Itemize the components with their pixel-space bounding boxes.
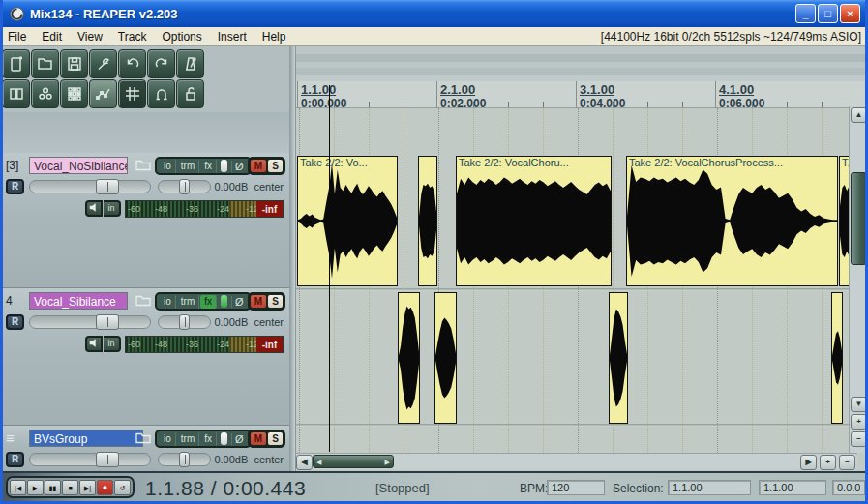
audio-clip[interactable]: [434, 292, 457, 424]
selection-end-input[interactable]: [759, 480, 826, 495]
edit-cursor[interactable]: [329, 85, 330, 452]
monitor-toggle[interactable]: [221, 160, 227, 172]
scroll-down-button[interactable]: ▼: [851, 397, 867, 412]
grid-button[interactable]: [118, 79, 146, 108]
folder-icon[interactable]: [135, 159, 151, 171]
new-project-button[interactable]: [2, 49, 30, 78]
folder-icon[interactable]: [135, 431, 151, 444]
scroll-right-button[interactable]: ▶: [800, 455, 817, 470]
thumb-left-arrow[interactable]: ◀: [316, 456, 321, 468]
docking-panes-button[interactable]: [2, 79, 30, 108]
mute-button[interactable]: M: [251, 432, 266, 445]
record-arm-button[interactable]: R: [6, 314, 24, 330]
menu-item-file[interactable]: File: [0, 29, 34, 44]
vertical-zoom-out-button[interactable]: −: [851, 431, 867, 447]
menu-item-track[interactable]: Track: [110, 29, 155, 44]
pan-slider[interactable]: [158, 315, 211, 329]
bpm-input[interactable]: [547, 480, 605, 495]
io-button[interactable]: io: [160, 160, 176, 173]
arrange-body[interactable]: Take 2/2: Vo...Take 2/2: VocalChoru...Ta…: [296, 108, 868, 453]
mute-button[interactable]: M: [251, 295, 266, 308]
lock-button[interactable]: [176, 79, 204, 108]
play-button[interactable]: ▶: [27, 480, 44, 495]
audio-clip[interactable]: [418, 156, 437, 286]
volume-slider-thumb[interactable]: [96, 314, 119, 330]
scroll-left-button[interactable]: ◀: [296, 455, 313, 470]
item-grouping-button[interactable]: [31, 79, 59, 108]
phase-button[interactable]: Ø: [231, 296, 247, 308]
menu-item-options[interactable]: Options: [154, 29, 209, 44]
pause-button[interactable]: ▮▮: [45, 480, 61, 495]
solo-button[interactable]: S: [268, 160, 283, 172]
preferences-wrench-button[interactable]: [89, 49, 117, 78]
record-arm-button[interactable]: R: [6, 452, 24, 467]
scroll-up-button[interactable]: ▲: [851, 107, 867, 123]
zoom-in-button[interactable]: +: [820, 455, 836, 470]
speaker-button[interactable]: [85, 200, 103, 217]
close-button[interactable]: ×: [840, 4, 860, 23]
pan-slider-thumb[interactable]: [179, 452, 190, 467]
go-to-start-button[interactable]: |◀: [10, 480, 26, 495]
minimize-button[interactable]: _: [795, 4, 816, 23]
track-name-box[interactable]: Vocal_Sibilance: [29, 292, 128, 310]
zoom-out-button[interactable]: −: [839, 455, 855, 470]
volume-slider[interactable]: [29, 180, 151, 193]
horizontal-scroll-thumb[interactable]: ◀▶: [313, 455, 394, 468]
record-arm-button[interactable]: R: [6, 179, 24, 194]
go-to-end-button[interactable]: ▶|: [79, 480, 96, 495]
pan-slider[interactable]: [158, 453, 211, 466]
menu-item-insert[interactable]: Insert: [210, 29, 254, 44]
menu-item-edit[interactable]: Edit: [34, 29, 70, 44]
redo-button[interactable]: [147, 49, 175, 78]
timeline-ruler[interactable]: 1.1.000:00.0002.1.000:02.0003.1.000:04.0…: [296, 81, 868, 108]
volume-slider-thumb[interactable]: [96, 452, 119, 467]
open-project-button[interactable]: [31, 49, 59, 78]
volume-slider-thumb[interactable]: [96, 179, 119, 194]
project-matrix-button[interactable]: [60, 79, 88, 108]
audio-clip[interactable]: [398, 292, 420, 424]
pan-slider-thumb[interactable]: [179, 314, 190, 330]
input-button[interactable]: in: [104, 336, 121, 352]
volume-slider[interactable]: [29, 315, 151, 329]
audio-clip[interactable]: Take 2/2: VocalChoru...: [456, 156, 612, 286]
audio-clip[interactable]: [831, 292, 843, 424]
vertical-scroll-thumb[interactable]: [851, 172, 867, 265]
monitor-toggle[interactable]: [221, 295, 227, 308]
pan-slider[interactable]: [158, 180, 211, 193]
snap-magnet-button[interactable]: [147, 79, 175, 108]
speaker-button[interactable]: [85, 336, 103, 352]
fx-button[interactable]: fx: [200, 432, 217, 446]
vertical-zoom-in-button[interactable]: +: [851, 414, 867, 430]
volume-slider[interactable]: [29, 453, 151, 466]
input-button[interactable]: in: [104, 200, 121, 217]
transport-position-display[interactable]: 1.1.88 / 0:00.443: [145, 477, 306, 500]
envelope-points-button[interactable]: [89, 79, 117, 108]
horizontal-scrollbar[interactable]: ◀ ◀▶ ▶ + −: [296, 453, 857, 469]
audio-clip[interactable]: [609, 292, 628, 424]
monitor-toggle[interactable]: [221, 432, 227, 445]
stop-button[interactable]: ■: [62, 480, 78, 495]
pan-slider-thumb[interactable]: [179, 179, 190, 194]
io-button[interactable]: io: [160, 295, 176, 309]
phase-button[interactable]: Ø: [231, 161, 247, 172]
fx-button[interactable]: fx: [200, 295, 217, 309]
track-name-box[interactable]: BVsGroup: [29, 430, 143, 447]
folder-icon[interactable]: [135, 294, 151, 307]
maximize-button[interactable]: □: [818, 4, 838, 23]
trim-button[interactable]: trm: [177, 295, 199, 309]
phase-button[interactable]: Ø: [231, 433, 247, 445]
audio-clip[interactable]: Take 2/2: VocalChorusProcess...: [626, 156, 838, 286]
track-name-box[interactable]: Vocal_NoSibilance: [29, 157, 128, 174]
trim-button[interactable]: trm: [177, 432, 199, 446]
solo-button[interactable]: S: [268, 295, 283, 308]
selection-length-input[interactable]: [832, 480, 865, 495]
fx-button[interactable]: fx: [200, 160, 217, 173]
mute-button[interactable]: M: [251, 160, 266, 172]
metronome-button[interactable]: [176, 49, 204, 78]
menu-item-view[interactable]: View: [70, 29, 110, 44]
menu-item-help[interactable]: Help: [254, 29, 294, 44]
solo-button[interactable]: S: [268, 432, 283, 445]
thumb-right-arrow[interactable]: ▶: [385, 456, 390, 468]
selection-start-input[interactable]: [668, 480, 751, 495]
trim-button[interactable]: trm: [177, 160, 199, 173]
